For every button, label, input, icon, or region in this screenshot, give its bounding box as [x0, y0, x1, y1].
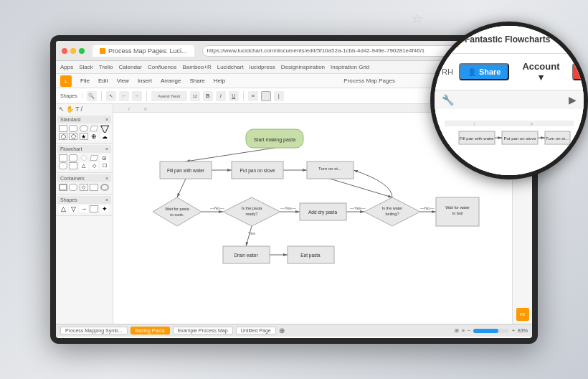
minimize-button-dot[interactable] [70, 48, 76, 54]
underline-btn[interactable]: U [229, 91, 239, 101]
sidebar-containers-header[interactable]: Containers × [57, 174, 111, 182]
share-button[interactable]: 👤 Share [459, 63, 510, 80]
maximize-button-dot[interactable] [79, 48, 85, 54]
list-icon[interactable]: ≡ [462, 328, 465, 333]
svg-text:Is the water: Is the water [382, 206, 403, 210]
play-icon[interactable]: ▶ [569, 94, 577, 106]
menu-edit[interactable]: Edit [98, 78, 108, 84]
container-1[interactable] [59, 184, 67, 191]
font-size-btn[interactable]: 12 [190, 91, 200, 101]
bookmark-bamboo[interactable]: Bamboo+R [182, 64, 211, 70]
svg-line-1 [186, 148, 275, 162]
fc-shape-rounded[interactable] [69, 154, 77, 162]
menu-view[interactable]: View [117, 78, 129, 84]
fc-shape-data[interactable]: ◇ [90, 162, 98, 169]
cursor-tool-btn[interactable]: ↖ [106, 91, 116, 101]
menu-file[interactable]: File [80, 78, 90, 84]
boiling-pasta-tab[interactable]: Boiling Pasta [131, 327, 170, 334]
pen-icon[interactable]: / [81, 106, 83, 113]
shape-triangle[interactable]: ▽ [100, 125, 109, 132]
bookmark-trello[interactable]: Trello [99, 64, 113, 70]
container-5[interactable] [100, 184, 109, 191]
exit-button[interactable]: Exit [572, 63, 584, 80]
shape-block[interactable] [90, 205, 98, 212]
search-toolbar-btn[interactable]: 🔍 [87, 91, 97, 101]
browser-tab[interactable]: Process Map Pages: Luci... [93, 45, 194, 57]
shape-rounded[interactable] [69, 125, 77, 132]
svg-text:—Yes—: —Yes— [280, 206, 296, 210]
shape-tri-2[interactable]: ▽ [69, 205, 77, 212]
zoom-slider[interactable] [473, 329, 509, 333]
fc-shape-manual[interactable]: △ [80, 162, 88, 169]
fc-shape-terminator[interactable] [59, 162, 67, 169]
menu-insert[interactable]: Insert [138, 78, 152, 84]
container-2[interactable] [69, 184, 77, 191]
undo-btn[interactable]: ← [119, 91, 129, 101]
star-icon[interactable]: ☆ [412, 11, 423, 27]
untitled-tab[interactable]: Untitled Page [236, 327, 276, 334]
shape-plus[interactable]: ⊕ [90, 133, 98, 140]
redo-btn[interactable]: → [132, 91, 142, 101]
fill-color-btn[interactable] [261, 91, 271, 101]
align-left-btn[interactable]: ≡ [248, 91, 258, 101]
bookmark-confluence[interactable]: Confluence [148, 64, 176, 70]
example-tab[interactable]: Example Process Map [173, 327, 233, 334]
url-text: https://www.lucidchart.com/documents/edi… [207, 47, 425, 54]
sidebar-containers-section: Containers × ◇ [56, 173, 113, 195]
sidebar-shapes-header[interactable]: Shapes × [57, 196, 111, 204]
menu-arrange[interactable]: Arrange [161, 78, 181, 84]
font-selector[interactable]: Avenir Next [151, 91, 187, 101]
fc-shape-doc[interactable]: ☐ [100, 162, 109, 169]
shape-arrow[interactable]: → [80, 205, 88, 212]
close-button-dot[interactable] [62, 48, 67, 54]
fc-shape-cylinder[interactable]: ⊙ [100, 154, 109, 162]
container-4[interactable] [90, 184, 98, 191]
add-page-btn[interactable]: ⊕ [279, 327, 285, 334]
line-color-btn[interactable]: | [274, 91, 284, 101]
menu-share[interactable]: Share [189, 78, 204, 84]
text-icon[interactable]: T [75, 106, 80, 113]
shape-circle[interactable] [80, 125, 88, 132]
svg-text:Add dry pasta: Add dry pasta [308, 210, 337, 215]
bookmark-inspiration[interactable]: Inspiration Grid [331, 64, 369, 70]
shape-rect[interactable] [59, 125, 67, 132]
shape-hexagon[interactable]: ⬡ [59, 133, 67, 140]
bookmark-apps[interactable]: Apps [60, 64, 73, 70]
menu-help[interactable]: Help [214, 78, 225, 84]
zoom-in-btn[interactable]: + [512, 328, 515, 333]
bookmark-lucidchart[interactable]: Lucidchart [217, 64, 244, 70]
shape-tri-1[interactable]: △ [59, 205, 67, 212]
svg-text:Put pan on stove: Put pan on stove [503, 136, 536, 141]
bookmark-designinspiration[interactable]: Designinspiration [281, 64, 325, 70]
zoom-out-btn[interactable]: − [468, 328, 470, 333]
shape-cloud[interactable]: ☁ [100, 133, 109, 140]
feedback-btn[interactable]: FB [516, 308, 529, 321]
grid-icon[interactable]: ⊞ [455, 328, 459, 334]
ruler-mark-8: 8 [144, 107, 146, 111]
wrench-icon[interactable]: 🔧 [442, 94, 454, 106]
hand-icon[interactable]: ✋ [66, 106, 74, 113]
fc-shape-process[interactable] [69, 162, 77, 169]
svg-text:boiling?: boiling? [386, 212, 399, 216]
fc-shape-diamond[interactable] [80, 154, 87, 161]
shape-star-2[interactable]: ✦ [100, 205, 109, 212]
italic-btn[interactable]: I [216, 91, 226, 101]
process-map-tab[interactable]: Process Mapping Symb... [60, 327, 128, 334]
fc-shape-parallelogram[interactable] [90, 155, 98, 161]
bookmark-lucidpress[interactable]: lucidpress [250, 64, 275, 70]
shape-star[interactable]: ★ [80, 133, 88, 140]
magnify-diagram: 7 8 Fill pan with water Put pan on stove… [445, 121, 574, 164]
shape-parallelogram[interactable] [90, 126, 98, 131]
standard-shapes-grid: ▽ ⬡ ⬠ ★ ⊕ ☁ [57, 123, 111, 141]
bold-btn[interactable]: B [203, 91, 213, 101]
shape-pentagon[interactable]: ⬠ [69, 133, 77, 140]
bookmark-calendar[interactable]: Calendar [119, 64, 142, 70]
cursor-icon[interactable]: ↖ [59, 106, 65, 113]
account-button[interactable]: Account ▾ [515, 58, 566, 85]
bookmark-slack[interactable]: Slack [79, 64, 93, 70]
app-logo: L [60, 75, 72, 87]
fc-shape-rect[interactable] [59, 154, 67, 162]
flowchart-label: Flowchart [60, 146, 82, 151]
container-3[interactable]: ◇ [80, 184, 88, 191]
sidebar-flowchart-header[interactable]: Flowchart × [57, 145, 111, 153]
